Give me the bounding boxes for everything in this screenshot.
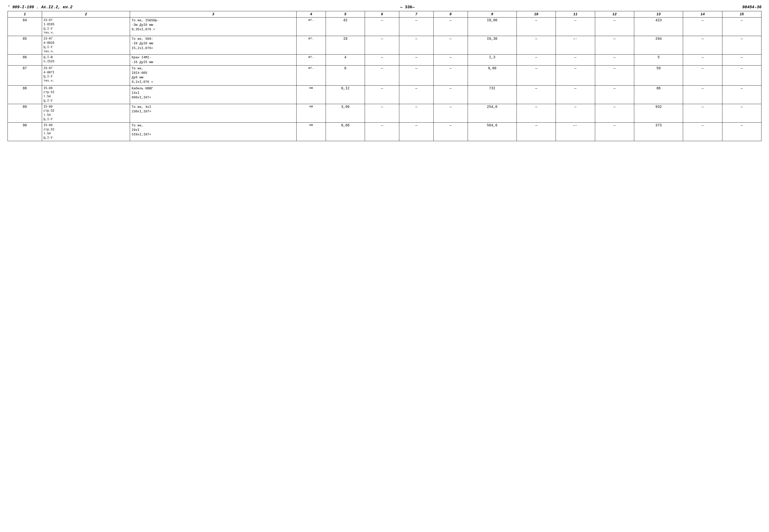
row-unit: км	[296, 85, 326, 104]
row-col-12: —	[595, 36, 634, 55]
row-ref: Ц.I-Ш п.I525	[42, 55, 130, 65]
row-col-11: —·	[556, 122, 595, 141]
row-col-14: —	[683, 36, 722, 55]
table-row: 8423-07 I-OI85 Ц.I-У тех.ч.То же, I5Б50р…	[8, 18, 761, 36]
row-col-5: I8	[326, 36, 365, 55]
row-desc: То же, 4xI 230xI,I07=	[130, 104, 296, 122]
row-col-7: —	[399, 85, 434, 104]
row-unit: шт.	[296, 18, 326, 36]
col-header-6: 6	[365, 11, 399, 18]
row-col-5: 4	[326, 55, 365, 65]
row-col-15: —	[722, 55, 761, 65]
row-col-5: 0,I2	[326, 85, 365, 104]
row-col-14: —	[683, 122, 722, 141]
row-col-10: —	[516, 104, 555, 122]
row-col-6: —	[365, 18, 399, 36]
row-number: 85	[8, 36, 42, 55]
row-unit: шт.	[296, 55, 326, 65]
row-number: 90	[8, 122, 42, 141]
row-col-14: —	[683, 18, 722, 36]
table-row: 90I5-09 стр.52 т.54 Ц.I-УТо же, I0xI 5I0…	[8, 122, 761, 141]
row-col-11: —	[556, 85, 595, 104]
row-col-11: —·	[556, 36, 595, 55]
row-ref: 23-07 4-007I Ц.I-У тех.ч.	[42, 65, 130, 85]
row-col-12: —	[595, 18, 634, 36]
row-col-15: —	[722, 85, 761, 104]
col-header-11: 11	[556, 11, 595, 18]
row-col-5: 3,66	[326, 104, 365, 122]
row-number: 84	[8, 18, 42, 36]
row-col-10: —	[516, 85, 555, 104]
col-header-1: 1	[8, 11, 42, 18]
row-col-9: I6,36	[468, 36, 516, 55]
row-col-5: 6	[326, 65, 365, 85]
table-row: 88I5-09 стр.52 т.54 Ц.I-УКабель КВВГ I4x…	[8, 85, 761, 104]
row-ref: 23-07 4-0026 Ц.I-У тех.ч.	[42, 36, 130, 55]
page-header: ' 909-I-199 . Ax.I2.2, кн.2 — 336— 98454…	[8, 5, 761, 10]
row-desc: То же, I0I4-005 Ду6 мм 9,2xI,076 =	[130, 65, 296, 85]
row-number: 87	[8, 65, 42, 85]
row-col-15: —	[722, 18, 761, 36]
table-row: 89I5-09 стр.52 т.54 Ц.I-УТо же, 4xI 230x…	[8, 104, 761, 122]
table-header-row: 1 2 3 4 5 6 7 8 9 10 11 12 13 14 15	[8, 11, 761, 18]
row-col-9: 73I	[468, 85, 516, 104]
row-col-6: —	[365, 55, 399, 65]
col-header-9: 9	[468, 11, 516, 18]
row-col-13: 423	[634, 18, 683, 36]
row-col-9: I,3	[468, 55, 516, 65]
row-unit: шт.	[296, 36, 326, 55]
row-desc: То же, I5Б50р- -3м ДуI0 мм 9,35xI,076 =	[130, 18, 296, 36]
row-col-12: —	[595, 65, 634, 85]
row-col-6: —	[365, 122, 399, 141]
row-col-15: —	[722, 122, 761, 141]
row-col-12: —	[595, 55, 634, 65]
row-col-8: —	[433, 104, 468, 122]
row-ref: I5-09 стр.52 т.54 Ц.I-У	[42, 85, 130, 104]
col-header-4: 4	[296, 11, 326, 18]
row-col-6: —	[365, 36, 399, 55]
row-col-7: —	[399, 55, 434, 65]
row-col-12: —	[595, 122, 634, 141]
table-row: 8723-07 4-007I Ц.I-У тех.ч.То же, I0I4-0…	[8, 65, 761, 85]
row-col-8: —	[433, 36, 468, 55]
header-left: ' 909-I-199 . Ax.I2.2, кн.2	[8, 5, 72, 10]
row-col-9: 564,6	[468, 122, 516, 141]
row-col-10: —	[516, 122, 555, 141]
row-col-12: —	[595, 85, 634, 104]
row-ref: 23-07 I-OI85 Ц.I-У тех.ч.	[42, 18, 130, 36]
row-col-6: —	[365, 104, 399, 122]
col-header-12: 12	[595, 11, 634, 18]
row-col-7: —	[399, 122, 434, 141]
col-header-7: 7	[399, 11, 434, 18]
col-header-3: 3	[130, 11, 296, 18]
row-col-9: I0,06	[468, 18, 516, 36]
row-col-14: —	[683, 55, 722, 65]
row-col-8: —	[433, 122, 468, 141]
row-col-13: 59	[634, 65, 683, 85]
row-col-8: —	[433, 18, 468, 36]
row-col-15: —	[722, 36, 761, 55]
row-unit: шт.	[296, 65, 326, 85]
row-ref: I5-09 стр.52 т.54 Ц.I-У	[42, 104, 130, 122]
col-header-10: 10	[516, 11, 555, 18]
row-col-11: —	[556, 18, 595, 36]
col-header-8: 8	[433, 11, 468, 18]
row-col-10: —	[516, 18, 555, 36]
table-row: 8523-07 4-0026 Ц.I-У тех.ч.То же, 589- -…	[8, 36, 761, 55]
header-right: 98454-36	[742, 5, 761, 10]
row-col-11: —	[556, 55, 595, 65]
row-col-6: —	[365, 85, 399, 104]
row-col-10: —	[516, 65, 555, 85]
row-desc: Кран I4МI- -I6 ДуI5 мм	[130, 55, 296, 65]
row-col-9: 9,90	[468, 65, 516, 85]
row-col-11: —	[556, 104, 595, 122]
row-col-13: 5	[634, 55, 683, 65]
header-center: — 336—	[400, 5, 415, 10]
main-table: 1 2 3 4 5 6 7 8 9 10 11 12 13 14 15 8423…	[8, 11, 761, 141]
row-desc: Кабель КВВГ I4xI 660xI,I07=	[130, 85, 296, 104]
row-col-5: 42	[326, 18, 365, 36]
row-col-9: 254,6	[468, 104, 516, 122]
row-col-12: —	[595, 104, 634, 122]
table-row: 86Ц.I-Ш п.I525Кран I4МI- -I6 ДуI5 ммшт.4…	[8, 55, 761, 65]
row-number: 86	[8, 55, 42, 65]
